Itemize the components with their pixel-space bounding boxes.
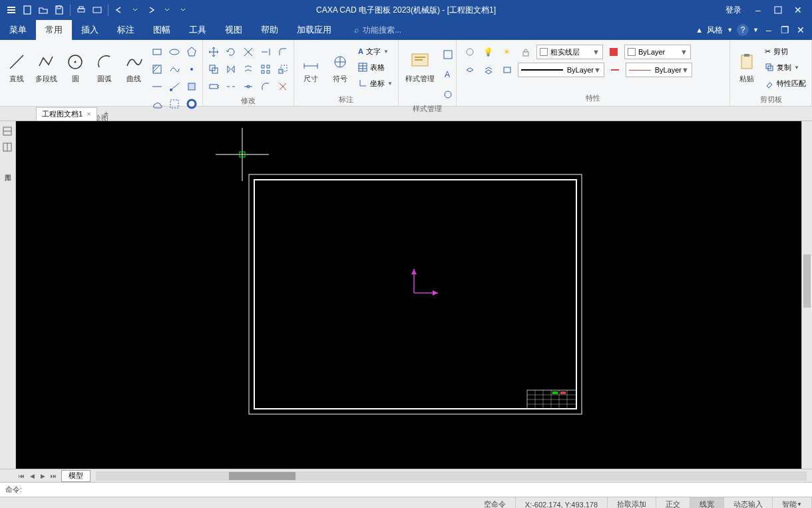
layer-prev-icon[interactable] [499, 62, 515, 78]
save-icon[interactable] [52, 3, 67, 17]
left-tool-2-icon[interactable] [0, 140, 15, 154]
break-icon[interactable] [223, 79, 239, 95]
doc-tab-active[interactable]: 工程图文档1 × [36, 107, 97, 121]
style-manager-button[interactable]: 样式管理 [401, 41, 439, 93]
print-preview-icon[interactable] [90, 3, 104, 17]
layer-match-icon[interactable] [481, 62, 497, 78]
scrollbar-thumb[interactable] [803, 254, 811, 308]
doc-close-icon[interactable]: ✕ [795, 23, 807, 37]
model-tab[interactable]: 模型 [61, 470, 91, 482]
tab-nav-next-icon[interactable]: ▶ [37, 471, 48, 481]
offset-icon[interactable] [240, 61, 256, 77]
help-arrow-icon[interactable]: ▼ [753, 27, 759, 33]
style-icon-1[interactable] [440, 47, 456, 63]
copy-button[interactable]: 复制▼ [762, 60, 809, 75]
rectangle-icon[interactable] [149, 44, 165, 60]
mirror-icon[interactable] [223, 61, 239, 77]
color-dropdown[interactable]: ByLayer▼ [624, 45, 691, 59]
status-pick-mode[interactable]: 拾取添加 [608, 497, 656, 508]
circle-button[interactable]: 圆 [61, 41, 89, 93]
spline-icon[interactable] [166, 61, 182, 77]
close-icon[interactable]: ✕ [789, 3, 807, 17]
wipeout-icon[interactable] [166, 96, 182, 112]
match-props-button[interactable]: 特性匹配 [762, 76, 809, 91]
function-search[interactable]: ⌕ 功能搜索... [354, 25, 401, 36]
menu-insert[interactable]: 插入 [72, 20, 108, 40]
menu-tools[interactable]: 工具 [180, 20, 216, 40]
qat-more-icon[interactable] [176, 3, 190, 17]
menu-annotate[interactable]: 标注 [108, 20, 144, 40]
scale-icon[interactable] [275, 61, 291, 77]
paste-button[interactable]: 粘贴 [733, 41, 761, 93]
style-icon-2[interactable]: A [440, 67, 456, 83]
left-tool-3-icon[interactable]: 图库 [0, 156, 15, 182]
redo-dropdown-icon[interactable] [160, 3, 174, 17]
text-button[interactable]: A文字▼ [355, 44, 395, 59]
ray-icon[interactable] [166, 79, 182, 95]
style-icon-3[interactable] [440, 87, 456, 103]
status-lineweight[interactable]: 线宽 [690, 497, 724, 508]
linetype2-dropdown[interactable]: ByLayer▼ [626, 63, 692, 77]
style-arrow-icon[interactable]: ▼ [727, 27, 733, 33]
drawing-canvas[interactable] [16, 121, 801, 469]
layer-bulb-icon[interactable]: 💡 [481, 44, 497, 60]
rotate-icon[interactable] [223, 44, 239, 60]
linetype-swatch-icon[interactable] [607, 62, 623, 78]
region-icon[interactable] [184, 79, 200, 95]
lineweight-dropdown[interactable]: ByLayer▼ [518, 63, 604, 77]
menu-help[interactable]: 帮助 [252, 20, 288, 40]
status-ortho[interactable]: 正交 [656, 497, 690, 508]
minimize-icon[interactable]: – [749, 3, 767, 17]
layer-tool-icon[interactable] [462, 62, 478, 78]
chamfer-icon[interactable] [258, 79, 274, 95]
explode-icon[interactable] [275, 79, 291, 95]
horizontal-scrollbar[interactable] [96, 471, 807, 481]
command-line[interactable]: 命令: [0, 482, 812, 497]
status-dynamic-input[interactable]: 动态输入 [724, 497, 773, 508]
left-tool-1-icon[interactable] [0, 124, 15, 138]
ellipse-icon[interactable] [166, 44, 182, 60]
menu-frame[interactable]: 图幅 [144, 20, 180, 40]
linetype-dropdown[interactable]: 粗实线层▼ [536, 45, 603, 59]
doc-restore-icon[interactable]: ❐ [779, 23, 791, 37]
xline-icon[interactable] [149, 79, 165, 95]
table-button[interactable]: 表格 [355, 60, 395, 75]
dimension-button[interactable]: 尺寸 [297, 41, 325, 93]
line-button[interactable]: 直线 [3, 41, 31, 93]
doc-tab-add-icon[interactable]: + [100, 107, 113, 121]
polygon-icon[interactable] [184, 44, 200, 60]
coord-button[interactable]: 坐标▼ [355, 76, 395, 91]
redo-icon[interactable] [144, 3, 158, 17]
symbol-button[interactable]: 符号 [326, 41, 354, 93]
layer-lock-icon[interactable] [518, 44, 534, 60]
fillet-icon[interactable] [275, 44, 291, 60]
polyline-button[interactable]: 多段线 [32, 41, 60, 93]
cloud-icon[interactable] [149, 96, 165, 112]
move-icon[interactable] [206, 44, 222, 60]
style-dropdown-icon[interactable]: ▲ [696, 26, 703, 34]
login-button[interactable]: 登录 [720, 3, 747, 17]
cut-button[interactable]: ✂剪切 [762, 44, 809, 59]
color-picker-icon[interactable] [606, 44, 622, 60]
layer-freeze-icon[interactable]: ☀ [499, 44, 515, 60]
donut-icon[interactable] [184, 96, 200, 112]
menu-common[interactable]: 常用 [36, 20, 72, 40]
status-smart[interactable]: 智能 ▼ [773, 497, 812, 508]
arc-button[interactable]: 圆弧 [91, 41, 118, 93]
tab-nav-last-icon[interactable]: ⏭ [48, 471, 59, 481]
extend-icon[interactable] [258, 44, 274, 60]
array-icon[interactable] [258, 61, 274, 77]
hatch-icon[interactable] [149, 61, 165, 77]
style-label[interactable]: 风格 [707, 25, 723, 36]
vertical-scrollbar[interactable] [801, 121, 812, 469]
undo-dropdown-icon[interactable] [128, 3, 142, 17]
menu-view[interactable]: 视图 [216, 20, 252, 40]
doc-tab-close-icon[interactable]: × [87, 110, 91, 118]
new-icon[interactable] [20, 3, 35, 17]
print-icon[interactable] [74, 3, 89, 17]
curve-button[interactable]: 曲线 [120, 41, 148, 93]
help-icon[interactable]: ? [737, 24, 749, 36]
undo-icon[interactable] [112, 3, 126, 17]
tab-nav-prev-icon[interactable]: ◀ [27, 471, 37, 481]
menu-file[interactable]: 菜单 [0, 20, 36, 40]
